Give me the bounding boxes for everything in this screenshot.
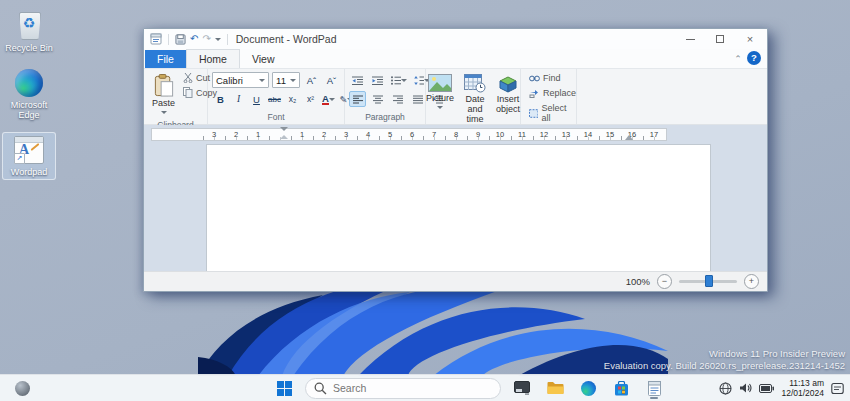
battery-icon[interactable] [759,384,774,393]
date-time-icon [464,74,486,93]
watermark-line1: Windows 11 Pro Insider Preview [604,348,845,360]
collapse-ribbon-icon[interactable]: ⌃ [729,54,747,64]
ruler-unit: 14 [577,129,599,140]
increase-indent-button[interactable] [369,72,386,88]
tab-home[interactable]: Home [186,49,240,68]
paste-icon [154,74,174,97]
maximize-icon [716,35,724,43]
shrink-font-button[interactable]: Aˇ [323,72,340,88]
recycle-bin-icon: ♻ [16,10,42,40]
font-family-select[interactable]: Calibri [212,72,269,88]
window-title: Document - WordPad [236,33,675,45]
microsoft-store-button[interactable] [609,377,633,399]
zoom-slider[interactable] [679,280,737,283]
grow-font-button[interactable]: Aˆ [303,72,320,88]
clock[interactable]: 11:13 am 12/01/2024 [781,378,824,398]
font-color-button[interactable]: A [320,91,337,107]
ruler-unit: 15 [599,129,621,140]
zoom-in-button[interactable]: + [744,274,759,289]
microsoft-store-icon [614,381,629,396]
save-icon[interactable] [175,34,186,45]
bold-button[interactable]: B [212,91,229,107]
widgets-icon [15,381,30,396]
font-size-caret-icon [290,79,296,85]
network-icon[interactable] [719,382,732,395]
zoom-slider-thumb[interactable] [705,275,713,287]
ruler-unit: 2 [225,129,247,140]
window-controls: × [675,30,765,48]
find-button[interactable]: Find [527,72,578,84]
ruler-unit: 5 [379,129,401,140]
tab-file[interactable]: File [145,50,186,68]
replace-icon [529,89,540,98]
zoom-level: 100% [626,276,650,287]
wordpad-taskbar-icon [648,381,661,396]
insert-object-button[interactable]: Insert object [492,72,524,126]
select-all-icon [529,109,538,118]
document-area: 3211234567891011121314151617 [144,125,767,271]
first-line-indent-marker[interactable] [280,127,288,137]
qat-customize-caret-icon[interactable] [215,38,221,44]
decrease-indent-icon [352,76,363,85]
decrease-indent-button[interactable] [349,72,366,88]
copy-icon [183,87,193,98]
italic-button[interactable]: I [230,91,247,107]
superscript-button[interactable]: x² [302,91,319,107]
redo-icon[interactable]: ↷ [202,33,210,45]
undo-icon[interactable]: ↶ [190,33,198,45]
paste-caret-icon [161,111,167,117]
taskbar: 11:13 am 12/01/2024 [0,374,850,401]
evaluation-watermark: Windows 11 Pro Insider Preview Evaluatio… [604,348,845,372]
font-size-select[interactable]: 11 [272,72,300,88]
strikethrough-button[interactable]: abc [266,91,283,107]
wordpad-taskbar-button[interactable] [642,377,666,399]
paste-button[interactable]: Paste [148,72,179,119]
document-page[interactable] [206,144,711,271]
start-button[interactable] [272,377,296,399]
align-left-button[interactable] [349,91,366,107]
list-caret-icon [401,79,407,85]
file-explorer-button[interactable] [543,377,567,399]
taskbar-search[interactable] [305,378,501,399]
clock-time: 11:13 am [781,378,824,388]
ruler-unit: 12 [533,129,555,140]
ruler-unit: 9 [467,129,489,140]
help-button[interactable]: ? [747,51,761,65]
align-center-button[interactable] [369,91,386,107]
volume-icon[interactable] [739,382,752,394]
widgets-button[interactable] [10,377,34,399]
desktop-icon-label: Microsoft Edge [4,100,54,120]
replace-button[interactable]: Replace [527,87,578,99]
desktop-icon-microsoft-edge[interactable]: Microsoft Edge [2,65,56,123]
align-right-button[interactable] [389,91,406,107]
desktop-icon-recycle-bin[interactable]: ♻ Recycle Bin [2,6,56,56]
tab-view[interactable]: View [240,50,287,68]
font-color-caret-icon [329,98,335,104]
title-bar[interactable]: ↶ ↷ Document - WordPad × [144,29,767,49]
status-bar: 100% − + [144,271,767,291]
task-view-button[interactable] [510,377,534,399]
quick-access-toolbar: ↶ ↷ [150,33,230,45]
running-indicator [650,397,658,399]
picture-button[interactable]: Picture [422,72,458,126]
select-all-button[interactable]: Select all [527,102,578,124]
notification-center-icon[interactable] [831,382,844,395]
insert-object-icon [497,74,519,93]
desktop-icon-wordpad[interactable]: A ↗ Wordpad [2,132,56,180]
subscript-button[interactable]: x₂ [284,91,301,107]
maximize-button[interactable] [705,30,735,48]
align-right-icon [393,95,403,104]
wordpad-window: ↶ ↷ Document - WordPad × File Home View … [143,28,768,292]
underline-button[interactable]: U [248,91,265,107]
search-input[interactable] [305,378,501,399]
right-indent-marker[interactable] [625,131,633,140]
zoom-out-button[interactable]: − [657,274,672,289]
file-explorer-icon [547,381,564,395]
date-time-button[interactable]: Date and time [460,72,490,126]
ruler[interactable]: 3211234567891011121314151617 [151,128,667,141]
list-button[interactable] [389,72,409,88]
edge-button[interactable] [576,377,600,399]
close-button[interactable]: × [735,30,765,48]
increase-indent-icon [372,76,383,85]
minimize-button[interactable] [675,30,705,48]
